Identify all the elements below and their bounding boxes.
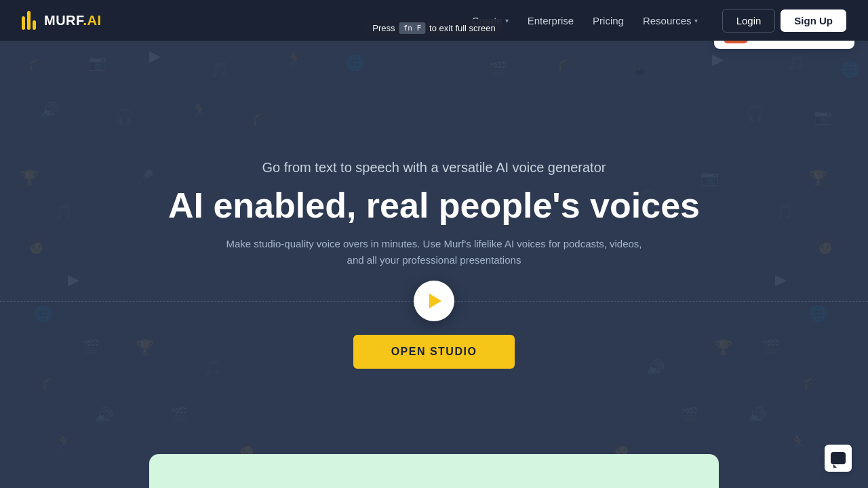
bg-icon: 🔊	[41, 102, 59, 119]
bg-icon: 🎓	[556, 54, 574, 72]
bg-icon: 🏃	[54, 434, 73, 451]
logo-bar-3	[33, 20, 36, 30]
bg-icon: 🎬	[762, 339, 780, 357]
hero-subtitle: Go from text to speech with a versatile …	[262, 160, 606, 176]
logo-bar-2	[27, 11, 31, 30]
bg-icon: 🎵	[203, 359, 222, 377]
bg-icon: 🎓	[41, 373, 59, 390]
bg-icon: 🧑	[27, 237, 45, 255]
bg-icon: 🎓	[802, 373, 821, 390]
tooltip-prefix: Press	[372, 23, 395, 33]
bg-icon: 🎵	[210, 61, 229, 79]
bg-icon: ▶	[712, 51, 724, 68]
bg-icon: 🌐	[346, 54, 364, 72]
logo-area: MURF.AI	[22, 11, 102, 30]
bg-icon: 🎓	[251, 108, 269, 126]
chat-widget[interactable]	[825, 445, 852, 472]
dashed-line-right	[454, 301, 868, 302]
bg-icon: 📷	[814, 108, 832, 126]
bg-icon: 🔊	[748, 407, 766, 424]
hero-section: 🎓 📷 ▶ 🎵 🏃 🌐 🎬 🎓 📱 ▶ 🎵 🌐 🔊 🎧 🏃 🎓 🎧 📷 🏆 🎵 …	[0, 0, 868, 488]
bg-icon: 🎬	[680, 407, 698, 424]
play-button[interactable]	[414, 281, 454, 321]
play-area	[0, 281, 868, 321]
bg-icon: 🎵	[54, 203, 73, 221]
bg-icon: 🎬	[170, 407, 188, 424]
bg-icon: 📱	[631, 61, 649, 79]
bg-icon: 🎓	[27, 54, 45, 72]
keyboard-shortcut: fn F	[399, 22, 426, 34]
bg-icon: 🔊	[646, 359, 665, 377]
bg-icon: 🌐	[841, 61, 859, 79]
nav-pricing[interactable]: Pricing	[585, 11, 632, 30]
open-studio-button[interactable]: OPEN STUDIO	[353, 335, 515, 369]
bg-icon: 🎧	[115, 108, 134, 126]
hero-content: Go from text to speech with a versatile …	[168, 160, 700, 268]
hero-description: Make studio-quality voice overs in minut…	[217, 236, 651, 268]
login-button[interactable]: Login	[722, 9, 776, 33]
bg-icon: 📷	[88, 54, 106, 72]
chat-bubble-icon	[831, 452, 846, 464]
dashed-line-left	[0, 301, 414, 302]
bottom-preview-card	[149, 454, 719, 488]
bg-icon: 🏆	[136, 339, 154, 357]
bg-icon: 📷	[701, 169, 719, 187]
bg-icon: ▶	[149, 47, 161, 65]
fullscreen-tooltip: Press fn F to exit full screen	[364, 19, 503, 37]
logo-icon	[22, 11, 36, 30]
bg-icon: 🏃	[789, 434, 807, 451]
bg-icon: 🎵	[787, 54, 805, 72]
bg-icon: 🎤	[136, 169, 154, 187]
tooltip-suffix: to exit full screen	[429, 23, 496, 33]
bg-icon: 🎵	[775, 203, 793, 221]
play-icon	[429, 293, 441, 308]
bg-icon: 🏆	[20, 169, 39, 187]
chevron-down-icon: ▾	[505, 17, 509, 24]
bg-icon: 🎬	[81, 339, 100, 357]
chevron-down-icon: ▾	[694, 17, 698, 24]
bg-icon: 🔊	[95, 407, 113, 424]
bg-icon: 🧑	[816, 237, 834, 255]
navbar-right: Create ▾ Enterprise Pricing Resources ▾ …	[464, 9, 846, 33]
signup-button[interactable]: Sign Up	[781, 9, 846, 32]
logo-text[interactable]: MURF.AI	[44, 13, 102, 28]
bg-icon: 🏃	[190, 102, 208, 119]
hero-title: AI enabled, real people's voices	[168, 186, 700, 225]
bg-icon: 🏆	[809, 169, 827, 187]
logo-bar-1	[22, 16, 25, 30]
bg-icon: 🏃	[285, 51, 303, 68]
nav-enterprise[interactable]: Enterprise	[519, 11, 582, 30]
nav-resources[interactable]: Resources ▾	[635, 11, 706, 30]
bg-icon: 🎧	[746, 105, 764, 123]
bg-icon: 🎬	[488, 61, 507, 79]
bg-icon: 🏆	[714, 339, 732, 357]
